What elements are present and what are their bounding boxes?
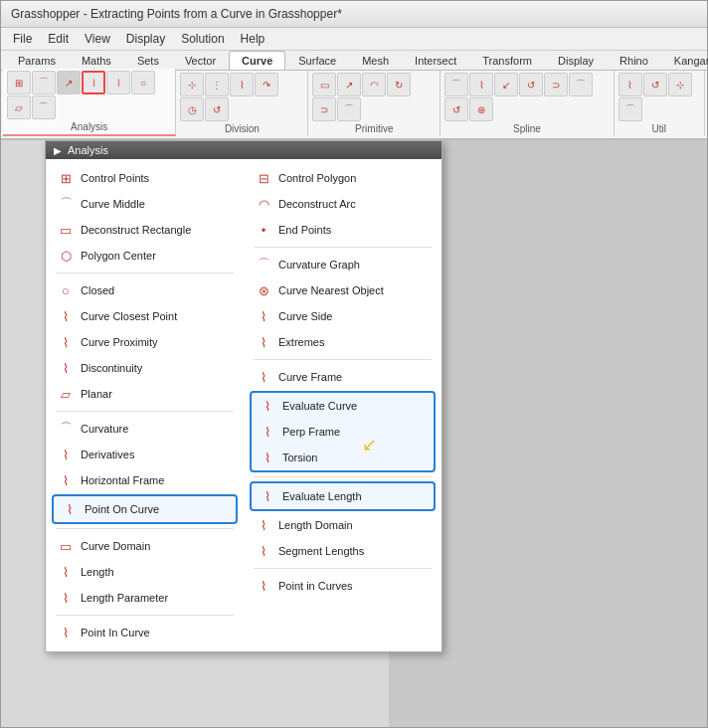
menu-help[interactable]: Help — [233, 30, 273, 48]
toolbar-icon-s2[interactable]: ⌇ — [469, 73, 493, 96]
item-curve-middle[interactable]: ⌒ Curve Middle — [50, 191, 240, 217]
toolbar-icon-s6[interactable]: ⌒ — [569, 73, 593, 96]
tab-display[interactable]: Display — [545, 51, 607, 70]
tab-rhino[interactable]: Rhino — [607, 51, 661, 70]
menu-edit[interactable]: Edit — [40, 30, 77, 48]
toolbar-icon-u3[interactable]: ⊹ — [668, 73, 692, 96]
item-discontinuity[interactable]: ⌇ Discontinuity — [50, 355, 240, 381]
evaluate-length-icon: ⌇ — [258, 486, 277, 506]
end-points-label: End Points — [278, 224, 331, 236]
item-planar[interactable]: ▱ Planar — [50, 381, 240, 407]
toolbar-icon-4[interactable]: ⌇ — [82, 71, 105, 94]
toolbar-icon-d3[interactable]: ⌇ — [230, 73, 254, 96]
item-closed[interactable]: ○ Closed — [50, 277, 240, 303]
tab-vector[interactable]: Vector — [172, 51, 229, 70]
item-curve-domain[interactable]: ▭ Curve Domain — [50, 533, 240, 559]
toolbar-icon-d6[interactable]: ↺ — [205, 97, 229, 121]
division-label: Division — [180, 123, 303, 134]
toolbar-icon-s4[interactable]: ↺ — [519, 73, 543, 96]
tab-sets[interactable]: Sets — [124, 51, 172, 70]
toolbar-icon-5[interactable]: ⌇ — [106, 71, 130, 94]
planar-label: Planar — [81, 388, 112, 400]
tab-surface[interactable]: Surface — [285, 51, 349, 70]
item-curvature-graph[interactable]: ⌒ Curvature Graph — [248, 252, 438, 277]
item-polygon-center[interactable]: ⬡ Polygon Center — [50, 243, 240, 269]
item-point-on-curve[interactable]: ⌇ Point On Curve — [52, 494, 238, 524]
toolbar-icon-s8[interactable]: ⊛ — [469, 97, 493, 121]
toolbar-icon-u1[interactable]: ⌇ — [619, 73, 642, 96]
item-point-in-curve[interactable]: ⌇ Point In Curve — [50, 620, 240, 645]
toolbar-icon-d5[interactable]: ◷ — [180, 97, 204, 121]
menu-solution[interactable]: Solution — [173, 30, 232, 48]
dropdown-right-col: ⊟ Control Polygon ◠ Deconstruct Arc • En… — [244, 163, 442, 647]
item-horizontal-frame[interactable]: ⌇ Horizontal Frame — [50, 467, 240, 493]
evaluate-curve-icon: ⌇ — [258, 396, 277, 416]
toolbar-icon-u4[interactable]: ⌒ — [619, 97, 642, 121]
window-title: Grasshopper - Extracting Points from a C… — [11, 7, 342, 21]
toolbar-icon-d1[interactable]: ⊹ — [180, 73, 204, 96]
toolbar-icon-s7[interactable]: ↺ — [444, 97, 468, 121]
item-deconstruct-rectangle[interactable]: ▭ Deconstruct Rectangle — [50, 217, 240, 243]
tab-mesh[interactable]: Mesh — [349, 51, 402, 70]
menu-view[interactable]: View — [77, 30, 118, 48]
torsion-icon: ⌇ — [258, 448, 277, 467]
item-length-parameter[interactable]: ⌇ Length Parameter — [50, 585, 240, 611]
item-extremes[interactable]: ⌇ Extremes — [248, 329, 438, 355]
tab-params[interactable]: Params — [5, 51, 69, 70]
tab-maths[interactable]: Maths — [69, 51, 124, 70]
deconstruct-arc-label: Deconstruct Arc — [278, 198, 356, 210]
tab-kangaroo[interactable]: Kangaroo2 — [661, 51, 708, 70]
toolbar-icon-d2[interactable]: ⋮ — [205, 73, 229, 96]
toolbar-icon-p4[interactable]: ↻ — [387, 73, 411, 96]
toolbar-icon-p3[interactable]: ◠ — [362, 73, 386, 96]
item-evaluate-length[interactable]: ⌇ Evaluate Length — [250, 481, 436, 511]
item-curve-proximity[interactable]: ⌇ Curve Proximity — [50, 329, 240, 355]
menu-display[interactable]: Display — [118, 30, 173, 48]
item-deconstruct-arc[interactable]: ◠ Deconstruct Arc — [248, 191, 438, 217]
curvature-graph-icon: ⌒ — [254, 255, 273, 274]
item-curve-frame[interactable]: ⌇ Curve Frame — [248, 364, 438, 390]
toolbar-icon-p2[interactable]: ↗ — [337, 73, 361, 96]
toolbar-icon-s3[interactable]: ↙ — [494, 73, 518, 96]
curvature-graph-label: Curvature Graph — [278, 259, 360, 271]
item-curve-nearest-object[interactable]: ⊛ Curve Nearest Object — [248, 277, 438, 303]
toolbar-icon-8[interactable]: ⌒ — [32, 95, 56, 119]
toolbar-icon-d4[interactable]: ↷ — [255, 73, 278, 96]
toolbar-icon-3[interactable]: ↗ — [57, 71, 81, 94]
toolbar-icon-6[interactable]: ○ — [131, 71, 155, 94]
item-control-polygon[interactable]: ⊟ Control Polygon — [248, 165, 438, 191]
toolbar-icon-s5[interactable]: ⊃ — [544, 73, 568, 96]
item-perp-frame[interactable]: ⌇ Perp Frame — [252, 419, 434, 445]
item-length-domain[interactable]: ⌇ Length Domain — [248, 512, 438, 538]
toolbar-icon-1[interactable]: ⊞ — [7, 71, 31, 94]
toolbar-icon-7[interactable]: ▱ — [7, 95, 31, 119]
item-derivatives[interactable]: ⌇ Derivatives — [50, 442, 240, 467]
tab-transform[interactable]: Transform — [469, 51, 545, 70]
item-segment-lengths[interactable]: ⌇ Segment Lengths — [248, 538, 438, 564]
item-length[interactable]: ⌇ Length — [50, 559, 240, 585]
toolbar-icon-p5[interactable]: ⊃ — [312, 97, 336, 121]
tab-curve[interactable]: Curve — [229, 51, 285, 70]
item-curvature[interactable]: ⌒ Curvature — [50, 416, 240, 442]
toolbar-icon-s1[interactable]: ⌒ — [444, 73, 468, 96]
item-control-points[interactable]: ⊞ Control Points — [50, 165, 240, 191]
item-evaluate-curve[interactable]: ⌇ Evaluate Curve — [252, 393, 434, 419]
toolbar-icon-p1[interactable]: ▭ — [312, 73, 336, 96]
menu-file[interactable]: File — [5, 30, 40, 48]
analysis-dropdown: ▶ Analysis ⊞ Control Points ⌒ Curve Midd… — [45, 140, 442, 652]
item-point-in-curves[interactable]: ⌇ Point in Curves — [248, 573, 438, 599]
analysis-label: Analysis — [7, 121, 171, 132]
item-curve-closest-point[interactable]: ⌇ Curve Closest Point — [50, 303, 240, 329]
divider-4 — [56, 615, 234, 616]
curve-closest-point-label: Curve Closest Point — [81, 310, 177, 322]
item-end-points[interactable]: • End Points — [248, 217, 438, 243]
curve-proximity-label: Curve Proximity — [81, 336, 158, 348]
closed-icon: ○ — [56, 280, 76, 300]
toolbar-icon-u2[interactable]: ↺ — [643, 73, 667, 96]
toolbar-icon-2[interactable]: ⌒ — [32, 71, 56, 94]
toolbar-icon-p6[interactable]: ⌒ — [337, 97, 361, 121]
toolbar: ⊞ ⌒ ↗ ⌇ ⌇ ○ ▱ ⌒ Analysis ⊹ ⋮ ⌇ ↷ ◷ ↺ Div… — [1, 71, 707, 140]
item-torsion[interactable]: ⌇ Torsion — [252, 445, 434, 470]
tab-intersect[interactable]: Intersect — [402, 51, 469, 70]
item-curve-side[interactable]: ⌇ Curve Side — [248, 303, 438, 329]
